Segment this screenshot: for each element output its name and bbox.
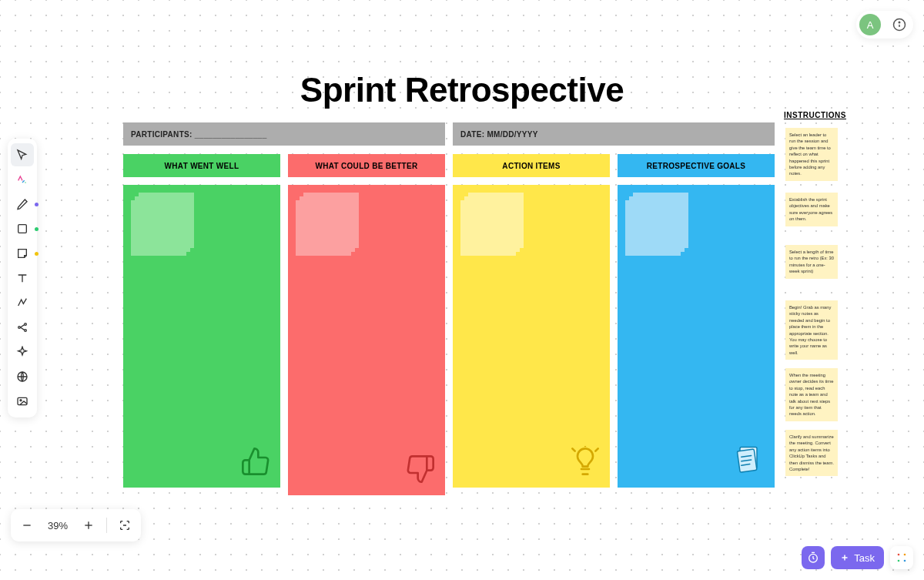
svg-line-1 xyxy=(572,448,574,451)
svg-rect-17 xyxy=(18,397,27,404)
instructions-title: INSTRUCTIONS xyxy=(784,111,839,119)
column-header-goals[interactable]: RETROSPECTIVE GOALS xyxy=(618,154,775,177)
sticky-stack-actions[interactable] xyxy=(460,193,524,256)
left-toolbar xyxy=(8,139,37,417)
svg-point-28 xyxy=(904,560,906,562)
sticky-stack-well[interactable] xyxy=(131,193,194,256)
column-header-well[interactable]: WHAT WENT WELL xyxy=(123,154,280,177)
instruction-note-1[interactable]: Select an leader to run the session and … xyxy=(785,128,838,181)
column-body-well[interactable] xyxy=(123,185,280,488)
notes-icon xyxy=(732,443,765,480)
top-right-controls: A xyxy=(856,11,913,39)
zoom-in-button[interactable] xyxy=(77,514,100,537)
lightbulb-icon xyxy=(570,446,601,480)
instruction-note-5[interactable]: When the meeting owner decides its time … xyxy=(785,368,838,421)
column-body-actions[interactable] xyxy=(453,185,610,488)
svg-point-27 xyxy=(898,560,900,562)
column-body-better[interactable] xyxy=(288,185,445,495)
info-button[interactable] xyxy=(889,14,910,35)
image-tool[interactable] xyxy=(11,390,34,413)
user-avatar[interactable]: A xyxy=(859,14,881,35)
svg-point-13 xyxy=(18,327,21,329)
thumbs-up-icon xyxy=(240,446,271,480)
instruction-note-6[interactable]: Clarify and summarize the meeting. Conve… xyxy=(785,430,838,476)
bottom-right-controls: Task xyxy=(802,546,913,569)
select-tool[interactable] xyxy=(11,143,34,166)
apps-button[interactable] xyxy=(890,546,913,569)
mindmap-tool[interactable] xyxy=(11,316,34,339)
sparkle-tool[interactable] xyxy=(11,340,34,364)
connector-tool[interactable] xyxy=(11,291,34,314)
svg-point-18 xyxy=(20,400,22,401)
svg-point-11 xyxy=(25,182,25,183)
svg-line-2 xyxy=(595,448,598,451)
zoom-controls: 39% xyxy=(11,509,141,541)
whiteboard-canvas[interactable]: Sprint Retrospective PARTICIPANTS: _____… xyxy=(0,0,924,580)
thumbs-down-icon xyxy=(405,454,436,488)
sticky-note-tool[interactable] xyxy=(11,242,34,265)
pen-tool[interactable] xyxy=(11,193,34,216)
column-header-actions[interactable]: ACTION ITEMS xyxy=(453,154,610,177)
svg-point-14 xyxy=(25,324,27,326)
zoom-percentage[interactable]: 39% xyxy=(42,520,74,531)
instruction-note-4[interactable]: Begin! Grab as many sticky notes as need… xyxy=(785,300,838,360)
ai-tool[interactable] xyxy=(11,168,34,191)
participants-field[interactable]: PARTICIPANTS: ________________ xyxy=(123,122,445,146)
timer-button[interactable] xyxy=(802,546,825,569)
board-title[interactable]: Sprint Retrospective xyxy=(300,71,624,109)
web-tool[interactable] xyxy=(11,365,34,388)
shape-tool[interactable] xyxy=(11,217,34,240)
date-field[interactable]: DATE: MM/DD/YYYY xyxy=(453,122,775,146)
add-task-button[interactable]: Task xyxy=(831,546,884,569)
svg-point-15 xyxy=(25,330,27,332)
fit-to-screen-button[interactable] xyxy=(113,514,136,537)
sticky-stack-better[interactable] xyxy=(296,193,359,256)
sticky-stack-goals[interactable] xyxy=(625,193,688,256)
svg-point-26 xyxy=(904,554,906,556)
task-button-label: Task xyxy=(854,552,875,564)
svg-point-25 xyxy=(898,554,900,556)
svg-rect-12 xyxy=(18,225,27,233)
instruction-note-3[interactable]: Select a length of time to run the retro… xyxy=(785,245,838,279)
svg-point-10 xyxy=(899,22,900,23)
text-tool[interactable] xyxy=(11,267,34,290)
instruction-note-2[interactable]: Establish the sprint objectives and make… xyxy=(785,193,838,226)
column-body-goals[interactable] xyxy=(618,185,775,488)
column-header-better[interactable]: WHAT COULD BE BETTER xyxy=(288,154,445,177)
zoom-out-button[interactable] xyxy=(15,514,38,537)
